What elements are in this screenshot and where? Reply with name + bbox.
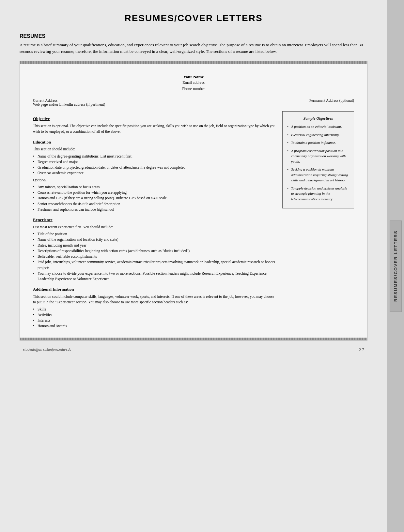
list-item: Honors and GPA (if they are a strong sel…: [33, 195, 276, 201]
resumes-section: RESUMES A resume is a brief summary of y…: [20, 33, 367, 54]
list-item: Believable, verifiable accomplishments: [33, 254, 276, 259]
sample-objective-item: A program coordinator position in a comm…: [287, 148, 349, 164]
additional-info-title: Additional Information: [33, 286, 276, 293]
experience-title: Experience: [33, 217, 276, 223]
resumes-heading: RESUMES: [20, 33, 367, 39]
list-item: Freshmen and sophomores can include high…: [33, 207, 276, 212]
sample-objective-item: A position as an editorial assistant.: [287, 124, 349, 129]
list-item: Descriptions of responsibilities beginni…: [33, 248, 276, 254]
resume-left-column: Objective This section is optional. The …: [33, 111, 276, 330]
resume-name: Your Name: [33, 74, 354, 80]
footer-page-number: 2 7: [359, 347, 364, 352]
list-item: Interests: [33, 318, 276, 323]
resume-body: Objective This section is optional. The …: [33, 111, 354, 330]
web-address: Web page and/or LinkedIn address (if per…: [33, 102, 105, 106]
list-item: You may choose to divide your experience…: [33, 271, 276, 282]
sample-objective-item: Seeking a position in museum administrat…: [287, 167, 349, 183]
main-content: RESUMES/COVER LETTERS RESUMES A resume i…: [0, 0, 387, 532]
address-right: Permanent Address (optional): [309, 99, 354, 106]
sample-objectives-box: Sample Objectives A position as an edito…: [282, 111, 354, 208]
optional-label: Optional:: [33, 177, 276, 183]
additional-info-list: Skills Activities Interests Honors and A…: [33, 307, 276, 329]
sample-objective-item: Electrical engineering internship.: [287, 132, 349, 138]
list-item: Graduation date or projected graduation …: [33, 165, 276, 170]
address-left: Current Address Web page and/or LinkedIn…: [33, 99, 105, 106]
list-item: Skills: [33, 307, 276, 312]
list-item: Any minors, specialization or focus area…: [33, 184, 276, 190]
list-item: Activities: [33, 312, 276, 318]
list-item: Honors and Awards: [33, 323, 276, 329]
sample-objectives-title: Sample Objectives: [287, 115, 349, 121]
objective-title: Objective: [33, 116, 276, 122]
current-address-label: Current Address: [33, 99, 105, 102]
education-title: Education: [33, 139, 276, 145]
resume-right-column: Sample Objectives A position as an edito…: [282, 111, 354, 330]
list-item: Title of the position: [33, 231, 276, 237]
additional-info-text: This section could include computer skil…: [33, 294, 276, 305]
resume-email: Email address: [33, 80, 354, 86]
side-tab-label: RESUMES/COVER LETTERS: [390, 220, 402, 312]
side-tab: RESUMES/COVER LETTERS: [387, 0, 404, 532]
resumes-intro: A resume is a brief summary of your qual…: [20, 42, 367, 54]
education-required-list: Name of the degree-granting institutions…: [33, 154, 276, 176]
page-wrapper: RESUMES/COVER LETTERS RESUMES A resume i…: [0, 0, 404, 532]
experience-intro: List most recent experience first. You s…: [33, 224, 276, 230]
list-item: Senior research/honors thesis title and …: [33, 201, 276, 207]
address-row: Current Address Web page and/or LinkedIn…: [33, 99, 354, 106]
list-item: Overseas academic experience: [33, 170, 276, 176]
list-item: Paid jobs, internships, volunteer commun…: [33, 259, 276, 271]
sample-objective-item: To apply decision and systems analysis t…: [287, 186, 349, 202]
page-footer: studentaffairs.stanford.edu/cdc 2 7: [20, 347, 367, 352]
document-box: Your Name Email address Phone number Cur…: [20, 61, 367, 341]
education-optional-list: Any minors, specialization or focus area…: [33, 184, 276, 212]
page-title: RESUMES/COVER LETTERS: [20, 13, 367, 23]
list-item: Degree received and major: [33, 159, 276, 165]
list-item: Name of the organization and location (c…: [33, 237, 276, 242]
resume-phone: Phone number: [33, 86, 354, 92]
experience-list: Title of the position Name of the organi…: [33, 231, 276, 282]
footer-url: studentaffairs.stanford.edu/cdc: [23, 347, 71, 352]
list-item: Courses relevant to the position for whi…: [33, 190, 276, 195]
sample-objective-item: To obtain a position in finance.: [287, 140, 349, 145]
list-item: Name of the degree-granting institutions…: [33, 154, 276, 159]
sample-objectives-list: A position as an editorial assistant. El…: [287, 124, 349, 202]
education-intro: This section should include:: [33, 146, 276, 152]
objective-text: This section is optional. The objective …: [33, 123, 276, 135]
list-item: Dates, including month and year: [33, 243, 276, 248]
resume-header: Your Name Email address Phone number: [33, 71, 354, 92]
